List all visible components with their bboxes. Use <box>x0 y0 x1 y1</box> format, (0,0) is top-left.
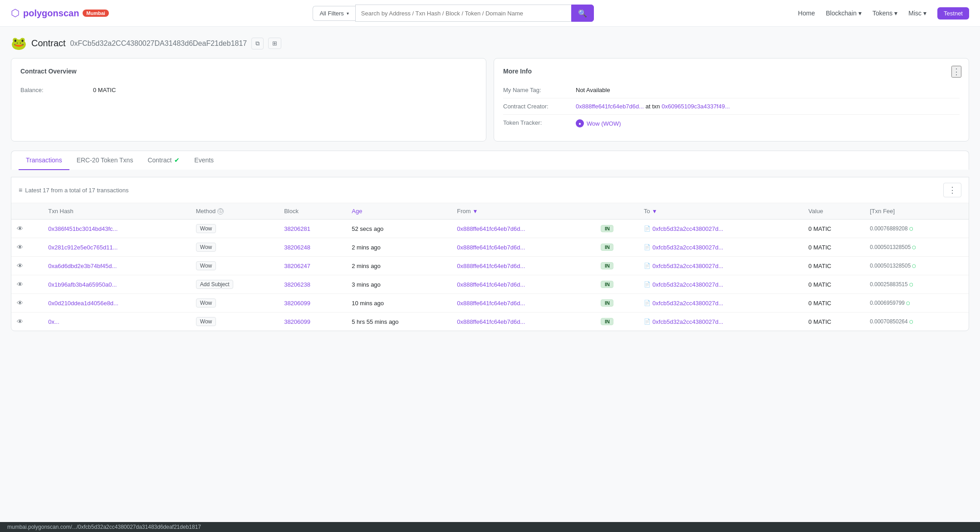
main-content: 🐸 Contract 0xFCb5d32a2CC4380027DA31483d6… <box>0 27 980 340</box>
transactions-table: Txn Hash Method ⓘ Block Age <box>11 203 969 331</box>
eye-cell: 👁 <box>11 312 43 331</box>
grid-icon: ⊞ <box>272 40 277 47</box>
to-address-link[interactable]: 0xfcb5d32a2cc4380027d... <box>652 281 723 288</box>
token-tracker-row: Token Tracker: ● Wow (WOW) <box>503 115 960 132</box>
chevron-down-icon: ▾ <box>894 10 897 17</box>
txn-hash-link[interactable]: 0x1b96afb3b4a65950a0... <box>48 281 117 288</box>
value-cell: 0 MATIC <box>803 220 864 238</box>
block-link[interactable]: 38206099 <box>284 300 310 307</box>
token-tracker-link[interactable]: Wow (WOW) <box>587 120 621 127</box>
logo-area: ⬡ polygonscan Mumbai <box>11 7 109 19</box>
more-options-button[interactable]: ⋮ <box>951 66 961 78</box>
nav-home[interactable]: Home <box>798 10 815 17</box>
grid-view-button[interactable]: ⊞ <box>268 38 281 49</box>
block-link[interactable]: 38206281 <box>284 225 310 232</box>
to-address-link[interactable]: 0xfcb5d32a2cc4380027d... <box>652 318 723 325</box>
tab-events[interactable]: Events <box>187 151 221 170</box>
eye-button[interactable]: 👁 <box>17 299 23 307</box>
eye-cell: 👁 <box>11 275 43 294</box>
from-address-link[interactable]: 0x888ffe641fc64eb7d6d... <box>457 244 525 251</box>
txn-hash-link[interactable]: 0xa6d6dbd2e3b74bf45d... <box>48 263 117 269</box>
eye-button[interactable]: 👁 <box>17 244 23 251</box>
copy-address-button[interactable]: ⧉ <box>251 38 264 49</box>
txn-hash-link[interactable]: 0x386f451bc3014bd43fc... <box>48 225 118 232</box>
age-cell: 3 mins ago <box>346 275 451 294</box>
to-filter-icon[interactable]: ▼ <box>652 208 657 215</box>
eye-button[interactable]: 👁 <box>17 281 23 288</box>
fee-icon: ⬡ <box>912 264 916 268</box>
tab-erc20[interactable]: ERC-20 Token Txns <box>69 151 141 170</box>
direction-badge: IN <box>601 262 613 269</box>
direction-cell: IN <box>595 238 638 257</box>
tab-contract[interactable]: Contract ✔ <box>140 151 187 170</box>
eye-button[interactable]: 👁 <box>17 262 23 269</box>
age-cell: 10 mins ago <box>346 294 451 312</box>
filter-label: All Filters <box>319 10 343 17</box>
block-link[interactable]: 38206099 <box>284 318 310 325</box>
value-cell: 0 MATIC <box>803 294 864 312</box>
from-address-link[interactable]: 0x888ffe641fc64eb7d6d... <box>457 300 525 307</box>
chevron-down-icon: ▾ <box>858 10 862 17</box>
txn-hash-cell: 0x281c912e5e0c765d11... <box>43 238 191 257</box>
block-cell: 38206247 <box>279 257 346 275</box>
chevron-down-icon: ▾ <box>923 10 926 17</box>
creator-address-link[interactable]: 0x888ffe641fc64eb7d6d... <box>576 103 644 110</box>
table-toolbar: ≡ Latest 17 from a total of 17 transacti… <box>11 177 969 203</box>
at-txn-text: at txn <box>646 103 662 110</box>
block-cell: 38206281 <box>279 220 346 238</box>
txn-hash-cell: 0x386f451bc3014bd43fc... <box>43 220 191 238</box>
tab-transactions[interactable]: Transactions <box>19 151 69 170</box>
table-more-options-button[interactable]: ⋮ <box>943 183 961 197</box>
creator-label: Contract Creator: <box>503 103 576 110</box>
name-tag-row: My Name Tag: Not Available <box>503 82 960 98</box>
token-tracker-value: ● Wow (WOW) <box>576 119 621 127</box>
th-block: Block <box>279 203 346 220</box>
from-address-link[interactable]: 0x888ffe641fc64eb7d6d... <box>457 281 525 288</box>
nav-misc[interactable]: Misc ▾ <box>908 10 926 17</box>
creator-txn-link[interactable]: 0x60965109c3a4337f49... <box>662 103 730 110</box>
fee-icon: ⬡ <box>906 301 910 306</box>
txn-fee-cell: 0.00025883515 ⬡ <box>864 275 969 294</box>
nav-blockchain[interactable]: Blockchain ▾ <box>826 10 862 17</box>
method-info-icon[interactable]: ⓘ <box>217 208 224 215</box>
to-address-link[interactable]: 0xfcb5d32a2cc4380027d... <box>652 225 723 232</box>
to-address-link[interactable]: 0xfcb5d32a2cc4380027d... <box>652 244 723 251</box>
direction-cell: IN <box>595 312 638 331</box>
table-row: 👁 0x... Wow 38206099 5 hrs 55 mins ago 0… <box>11 312 969 331</box>
to-cell: 📄 0xfcb5d32a2cc4380027d... <box>638 257 803 275</box>
block-link[interactable]: 38206247 <box>284 263 310 269</box>
txn-hash-link[interactable]: 0x0d210ddea1d4056e8d... <box>48 300 118 307</box>
from-address-link[interactable]: 0x888ffe641fc64eb7d6d... <box>457 225 525 232</box>
testnet-button[interactable]: Testnet <box>937 7 969 20</box>
search-button[interactable]: 🔍 <box>571 5 594 22</box>
txn-hash-link[interactable]: 0x... <box>48 318 59 325</box>
txn-hash-cell: 0x0d210ddea1d4056e8d... <box>43 294 191 312</box>
from-address-link[interactable]: 0x888ffe641fc64eb7d6d... <box>457 263 525 269</box>
eye-button[interactable]: 👁 <box>17 225 23 232</box>
age-cell: 52 secs ago <box>346 220 451 238</box>
th-eye <box>11 203 43 220</box>
txn-fee-value: 0.000501328505 ⬡ <box>870 244 963 250</box>
to-cell: 📄 0xfcb5d32a2cc4380027d... <box>638 312 803 331</box>
from-cell: 0x888ffe641fc64eb7d6d... <box>451 294 595 312</box>
filter-dropdown-button[interactable]: All Filters ▾ <box>313 6 355 21</box>
block-link[interactable]: 38206238 <box>284 281 310 288</box>
block-link[interactable]: 38206248 <box>284 244 310 251</box>
direction-badge: IN <box>601 318 613 325</box>
to-address-link[interactable]: 0xfcb5d32a2cc4380027d... <box>652 263 723 269</box>
from-filter-icon[interactable]: ▼ <box>473 208 478 215</box>
table-info: ≡ Latest 17 from a total of 17 transacti… <box>19 186 129 194</box>
search-input[interactable] <box>355 5 572 22</box>
txn-fee-cell: 0.0006959799 ⬡ <box>864 294 969 312</box>
txn-hash-cell: 0xa6d6dbd2e3b74bf45d... <box>43 257 191 275</box>
txn-hash-link[interactable]: 0x281c912e5e0c765d11... <box>48 244 118 251</box>
from-address-link[interactable]: 0x888ffe641fc64eb7d6d... <box>457 318 525 325</box>
token-icon: ● <box>576 119 584 127</box>
nav-tokens[interactable]: Tokens ▾ <box>872 10 897 17</box>
txn-fee-cell: 0.000501328505 ⬡ <box>864 238 969 257</box>
contract-address-icon: 📄 <box>644 300 651 306</box>
to-address-link[interactable]: 0xfcb5d32a2cc4380027d... <box>652 300 723 307</box>
eye-button[interactable]: 👁 <box>17 318 23 325</box>
method-badge: Wow <box>196 243 216 252</box>
th-direction <box>595 203 638 220</box>
